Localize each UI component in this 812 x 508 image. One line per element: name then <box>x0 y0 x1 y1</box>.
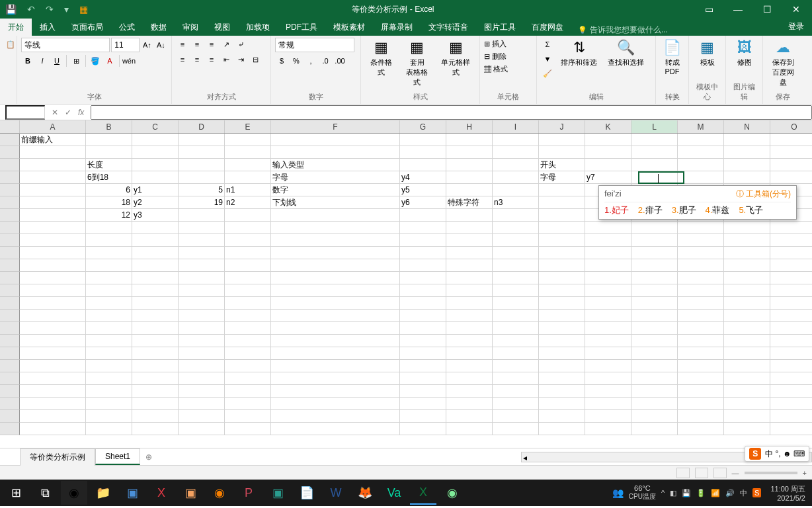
cell[interactable] <box>724 222 770 234</box>
cell[interactable] <box>132 310 179 322</box>
redo-icon[interactable]: ↷ <box>43 4 56 15</box>
cell[interactable] <box>585 146 631 159</box>
dec-decimal-icon[interactable]: .00 <box>333 54 346 67</box>
cell[interactable] <box>493 134 539 146</box>
cell[interactable] <box>493 272 539 284</box>
cell[interactable] <box>631 347 678 360</box>
cell[interactable] <box>493 410 539 423</box>
formula-input[interactable] <box>91 105 812 120</box>
ime-candidate[interactable]: 3.肥子 <box>672 204 696 216</box>
cell[interactable] <box>132 146 179 159</box>
cell[interactable] <box>86 284 132 297</box>
cell[interactable] <box>132 159 179 171</box>
cell[interactable] <box>724 322 770 335</box>
cell[interactable] <box>179 159 225 171</box>
cell[interactable] <box>179 372 225 385</box>
cell[interactable] <box>132 284 179 297</box>
cell[interactable]: y7 <box>585 171 631 184</box>
cell[interactable] <box>400 385 446 398</box>
cell[interactable] <box>86 134 132 146</box>
cell[interactable]: 12 <box>86 209 132 222</box>
cell[interactable] <box>678 247 724 259</box>
cell[interactable] <box>446 372 493 385</box>
cell[interactable] <box>724 423 770 435</box>
cell[interactable] <box>86 259 132 272</box>
cell[interactable] <box>271 222 400 234</box>
cell[interactable] <box>400 398 446 410</box>
cell[interactable] <box>400 284 446 297</box>
addin-icon[interactable]: ▦ <box>77 4 91 15</box>
find-select-button[interactable]: 🔍查找和选择 <box>604 38 648 69</box>
cell[interactable] <box>86 398 132 410</box>
cell[interactable] <box>631 171 678 184</box>
cell[interactable] <box>400 410 446 423</box>
cell[interactable] <box>179 272 225 284</box>
cell[interactable] <box>86 385 132 398</box>
cell[interactable] <box>400 347 446 360</box>
cell[interactable] <box>20 360 86 372</box>
confirm-edit-icon[interactable]: ✓ <box>65 108 71 117</box>
col-F[interactable]: F <box>271 120 400 133</box>
cell[interactable] <box>271 247 400 259</box>
comma-icon[interactable]: , <box>304 54 317 67</box>
cell[interactable] <box>631 259 678 272</box>
cell[interactable] <box>20 385 86 398</box>
cell[interactable] <box>225 322 271 335</box>
cell[interactable] <box>678 423 724 435</box>
taskbar-app[interactable]: X <box>148 481 175 505</box>
phonetic-icon[interactable]: wén <box>122 54 136 67</box>
cell[interactable] <box>724 259 770 272</box>
ime-candidate[interactable]: 2.痱子 <box>638 204 663 216</box>
cell[interactable] <box>539 259 585 272</box>
cell[interactable] <box>271 410 400 423</box>
cell[interactable] <box>179 259 225 272</box>
indent-inc-icon[interactable]: ⇥ <box>234 53 247 66</box>
cell[interactable] <box>86 410 132 423</box>
cell[interactable] <box>631 423 678 435</box>
ime-toolbox-link[interactable]: ⓘ 工具箱(分号) <box>736 189 791 200</box>
cell[interactable] <box>724 284 770 297</box>
cell[interactable]: 前缀输入 <box>20 134 86 146</box>
border-icon[interactable]: ⊞ <box>69 54 83 67</box>
cell[interactable] <box>539 398 585 410</box>
cell[interactable] <box>225 410 271 423</box>
cell[interactable] <box>225 159 271 171</box>
cell[interactable] <box>86 297 132 310</box>
cell[interactable] <box>179 247 225 259</box>
delete-cells-button[interactable]: ⊟ 删除 <box>484 50 532 63</box>
font-name-select[interactable]: 等线 <box>21 38 110 52</box>
cell[interactable] <box>678 297 724 310</box>
cell[interactable] <box>400 247 446 259</box>
cell[interactable] <box>724 272 770 284</box>
cell[interactable] <box>225 171 271 184</box>
cell[interactable] <box>631 222 678 234</box>
cell[interactable] <box>678 234 724 247</box>
cell[interactable] <box>493 159 539 171</box>
cell[interactable] <box>493 398 539 410</box>
cell[interactable] <box>770 347 812 360</box>
edit-image-button[interactable]: 🖼修图 <box>730 38 758 69</box>
cell[interactable] <box>770 146 812 159</box>
cell[interactable] <box>539 184 585 196</box>
cell[interactable] <box>678 259 724 272</box>
cell[interactable] <box>724 297 770 310</box>
cell[interactable] <box>400 259 446 272</box>
cell[interactable] <box>446 284 493 297</box>
cell[interactable]: 字母 <box>271 171 400 184</box>
cell[interactable] <box>678 146 724 159</box>
cell[interactable] <box>493 297 539 310</box>
cell[interactable] <box>678 360 724 372</box>
sort-filter-button[interactable]: ⇅排序和筛选 <box>557 38 601 69</box>
taskbar-app[interactable]: Va <box>381 481 407 505</box>
cell[interactable] <box>86 234 132 247</box>
login-button[interactable]: 登录 <box>780 18 812 36</box>
cell[interactable] <box>631 159 678 171</box>
cell[interactable] <box>724 372 770 385</box>
cell[interactable] <box>724 171 770 184</box>
fx-icon[interactable]: fx <box>78 108 84 117</box>
cell[interactable] <box>225 272 271 284</box>
cell[interactable] <box>493 247 539 259</box>
cell[interactable]: 下划线 <box>271 196 400 209</box>
autosum-icon[interactable]: Σ <box>541 38 554 51</box>
cell[interactable] <box>631 322 678 335</box>
